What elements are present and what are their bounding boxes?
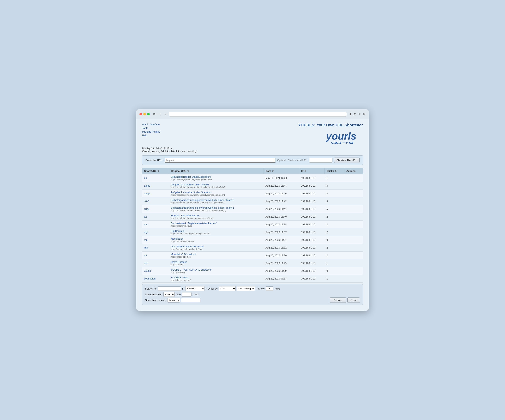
in-label: in — [182, 287, 184, 290]
date-sort-icon: ⇵ — [272, 170, 274, 172]
col-ip[interactable]: IP ⇅ — [299, 168, 325, 174]
short-url-link[interactable]: bp — [144, 176, 147, 179]
short-url-link[interactable]: liga — [144, 246, 148, 249]
close-button[interactable] — [139, 113, 142, 115]
fields-select[interactable]: All fields Short URL Original URL — [185, 286, 204, 291]
table-row: c8s2 Selbstorganisiert und eigenverantwo… — [142, 205, 363, 213]
clicks-sort-icon: ⇅ — [335, 170, 336, 172]
short-url-cell: yourls — [142, 267, 169, 275]
original-title-link[interactable]: YOURLS - Blog — [171, 276, 262, 279]
short-url-link[interactable]: aufg2 — [144, 184, 151, 187]
date-cell: Aug 20, 2020 11:29 — [264, 267, 299, 275]
original-url-cell: Fachnetzwerk "Digital-vernetztes Lernen"… — [169, 221, 264, 228]
back-button[interactable]: ‹ — [159, 112, 162, 116]
short-url-link[interactable]: c8s2 — [144, 207, 149, 210]
original-url-text: https://machmitnetz.de — [171, 225, 262, 227]
manage-plugins-link[interactable]: Manage Plugins — [142, 130, 160, 133]
clicks-cell: 1 — [325, 259, 344, 267]
short-url-link[interactable]: mm — [144, 223, 148, 226]
direction-select[interactable]: Descending Ascending — [237, 286, 255, 291]
table-row: liga LiGa-Moodle Sachsen-Anhalt https://… — [142, 244, 363, 252]
traffic-lights — [139, 113, 150, 115]
short-url-cell: c8s3 — [142, 197, 169, 205]
original-url-text: http://moodlebox.home/course/view.php?id… — [171, 201, 262, 204]
share-icon[interactable]: ⬆ — [354, 112, 356, 116]
admin-interface-link[interactable]: Admin interface — [142, 123, 160, 126]
ip-cell: 192.168.1.10 — [299, 190, 325, 197]
date-cell: Aug 20, 2020 11:42 — [264, 197, 299, 205]
actions-cell — [344, 252, 363, 259]
more-less-select[interactable]: more less — [164, 292, 175, 297]
original-title-link[interactable]: Ozh's Portfolio — [171, 261, 262, 263]
ip-cell: 192.168.1.10 — [299, 267, 325, 275]
url-input[interactable] — [164, 158, 276, 163]
before-after-select[interactable]: before after — [167, 298, 180, 302]
shorten-button[interactable]: Shorten The URL — [334, 157, 360, 163]
original-title-link[interactable]: Moodletreff Düsseldorf — [171, 253, 262, 256]
clicks-cell: 0 — [325, 236, 344, 244]
original-title-link[interactable]: Aufgabe 1 - Inhalte für das Starterkit — [171, 191, 262, 194]
col-short-url[interactable]: Short URL ⇅ — [142, 168, 169, 174]
original-title-link[interactable]: Selbstorganisiert und eigenverantwortlic… — [171, 206, 262, 209]
short-url-link[interactable]: ozh — [144, 262, 148, 265]
original-url-cell: Bildungsportal der Stadt Magdeburg https… — [169, 174, 264, 182]
original-title-link[interactable]: DigiCampus — [171, 230, 262, 232]
short-url-link[interactable]: c2 — [144, 215, 147, 218]
minimize-button[interactable] — [143, 113, 146, 115]
fullscreen-button[interactable] — [147, 113, 150, 115]
table-row: mm Fachnetzwerk "Digital-vernetztes Lern… — [142, 221, 363, 228]
table-row: c2 Moodle - Der eigene Kurs http://moodl… — [142, 213, 363, 221]
table-header-row: Short URL ⇅ Original URL ⇅ Date ⇵ — [142, 168, 363, 174]
custom-url-input[interactable] — [309, 158, 333, 163]
short-url-link[interactable]: yourlsblog — [144, 277, 156, 280]
help-link[interactable]: Help — [142, 134, 160, 137]
than-label: than — [176, 293, 181, 296]
actions-cell — [344, 205, 363, 213]
short-url-link[interactable]: aufg1 — [144, 192, 151, 195]
col-clicks[interactable]: Clicks ⇅ — [325, 168, 344, 174]
original-url-text: http://moodlebox.home/mod/feedback/compl… — [171, 194, 262, 196]
date-filter-input[interactable] — [181, 298, 200, 302]
date-cell: Aug 20, 2020 11:38 — [264, 221, 299, 228]
original-title-link[interactable]: Selbstorganisiert und eigenverantwortlic… — [171, 199, 262, 201]
search-input[interactable] — [158, 287, 181, 291]
short-url-link[interactable]: digi — [144, 231, 148, 234]
sidebar-toggle-button[interactable]: ⊞ — [152, 112, 157, 116]
new-tab-icon[interactable]: ＋ — [358, 112, 361, 116]
original-title-link[interactable]: MoodleBox — [171, 237, 262, 240]
url-bar[interactable]: mb — [169, 112, 347, 117]
clicks-cell: 2 — [325, 244, 344, 252]
created-label: Show links created — [145, 299, 166, 301]
original-title-link[interactable]: LiGa-Moodle Sachsen-Anhalt — [171, 245, 262, 248]
short-url-link[interactable]: yourls — [144, 270, 151, 272]
ip-cell: 192.168.1.10 — [299, 244, 325, 252]
clicks-filter-input[interactable] — [182, 292, 191, 296]
date-cell: Aug 20, 2020 11:31 — [264, 244, 299, 252]
short-url-link[interactable]: mb — [144, 238, 148, 241]
original-title-link[interactable]: Aufgabe 2 - Mitarbeit beim Projekt — [171, 183, 262, 186]
clicks-filter-label: clicks — [193, 293, 199, 296]
original-title-link[interactable]: Fachnetzwerk "Digital-vernetztes Lernen" — [171, 222, 262, 225]
actions-cell — [344, 190, 363, 197]
download-icon[interactable]: ⬇ — [349, 112, 352, 116]
show-rows-input[interactable] — [266, 287, 273, 291]
original-title-link[interactable]: Bildungsportal der Stadt Magdeburg — [171, 175, 262, 178]
short-url-link[interactable]: c8s3 — [144, 200, 149, 203]
original-title-link[interactable]: Moodle - Der eigene Kurs — [171, 214, 262, 217]
col-date[interactable]: Date ⇵ — [264, 168, 299, 174]
forward-button[interactable]: › — [164, 112, 166, 116]
short-url-link[interactable]: mt — [144, 254, 147, 257]
actions-cell — [344, 236, 363, 244]
short-url-cell: liga — [142, 244, 169, 252]
original-title-link[interactable]: YOURLS - Your Own URL Shortener — [171, 268, 262, 271]
svg-marker-4 — [347, 142, 348, 144]
show-links-row: Show links with more less than clicks — [145, 292, 360, 297]
order-select[interactable]: Date Clicks Short URL — [219, 286, 236, 291]
grid-icon[interactable]: ⊞ — [363, 112, 366, 116]
search-button[interactable]: Search — [330, 297, 346, 303]
actions-cell — [344, 228, 363, 236]
clear-button[interactable]: Clear — [347, 297, 360, 303]
tools-link[interactable]: Tools — [142, 127, 160, 130]
short-url-cell: mm — [142, 221, 169, 228]
col-original-url[interactable]: Original URL ⇅ — [169, 168, 264, 174]
